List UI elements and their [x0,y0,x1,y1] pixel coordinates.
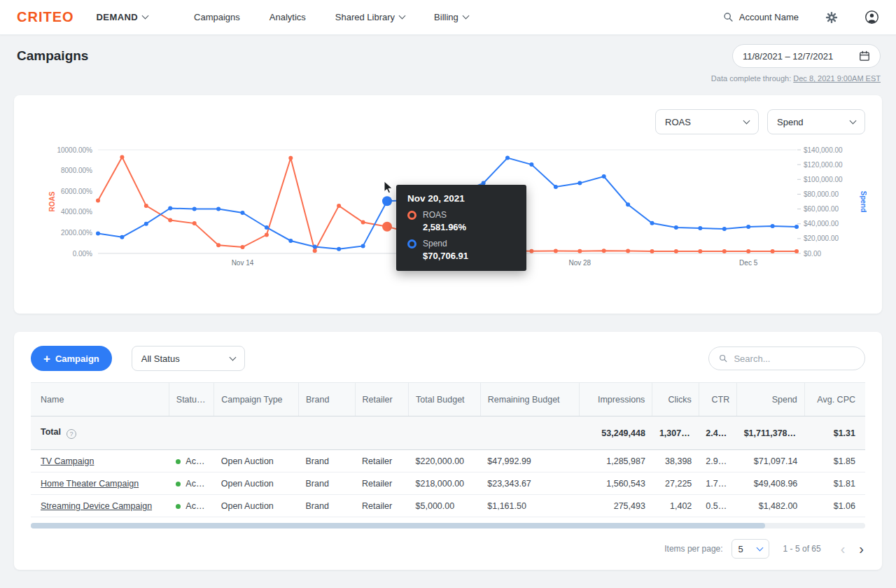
nav-demand-dropdown[interactable]: DEMAND [97,12,148,22]
data-point-spend[interactable] [313,245,317,249]
column-header-spend[interactable]: Spend [737,383,805,416]
data-point-roas[interactable] [361,220,365,225]
account-search[interactable]: Account Name [723,12,799,22]
nav-demand-label: DEMAND [97,12,138,22]
column-header-impressions[interactable]: Impressions [579,383,652,416]
data-point-roas[interactable] [337,204,341,208]
total-cell-total_budget [409,416,481,450]
nav-item-analytics[interactable]: Analytics [270,12,306,22]
cell-type: Open Auction [214,472,299,495]
data-point-roas[interactable] [722,249,727,253]
data-point-spend[interactable] [144,222,148,226]
data-point-roas[interactable] [192,221,197,225]
data-point-spend[interactable] [602,174,606,178]
column-header-remaining_budget[interactable]: Remaining Budget [480,383,579,416]
data-point-roas[interactable] [794,249,799,253]
data-point-spend[interactable] [554,185,558,189]
column-header-total_budget[interactable]: Total Budget [409,383,481,416]
data-point-spend[interactable] [288,239,293,243]
column-header-status[interactable]: Status↑ [169,383,214,416]
data-point-spend[interactable] [698,226,702,230]
data-point-roas[interactable] [674,249,678,253]
mouse-cursor [384,181,394,195]
data-point-spend[interactable] [168,206,172,211]
date-range-picker[interactable]: 11/8/2021 – 12/7/2021 [732,44,881,68]
data-point-spend[interactable] [794,225,799,229]
status-filter-select[interactable]: All Status [132,346,245,371]
data-point-spend[interactable] [722,227,727,231]
right-metric-select[interactable]: Spend [767,109,865,134]
data-point-roas[interactable] [241,245,245,249]
data-point-spend[interactable] [337,247,341,251]
data-point-roas[interactable] [771,249,775,253]
data-point-roas[interactable] [529,249,533,253]
data-point-roas[interactable] [144,204,148,208]
column-header-name[interactable]: Name [31,383,169,416]
data-point-spend[interactable] [216,207,220,211]
column-header-type[interactable]: Campaign Type [214,383,299,416]
search-input[interactable] [734,354,855,364]
page-size-select[interactable]: 5 [732,539,769,559]
column-header-avg_cpc[interactable]: Avg. CPC [804,383,865,416]
scrollbar-thumb[interactable] [31,523,765,528]
next-page-button[interactable]: › [859,542,864,556]
data-point-roas[interactable] [554,249,558,253]
data-point-spend[interactable] [505,156,510,160]
campaign-name-link[interactable]: Streaming Device Campaign [41,501,152,511]
data-complete-date-link[interactable]: Dec 8, 2021 9:00AM EST [793,74,881,83]
data-point-roas[interactable] [626,249,630,253]
data-point-spend[interactable] [578,181,582,186]
spend-series-dot-icon [407,239,416,248]
data-point-roas[interactable] [216,243,220,247]
data-point-spend[interactable] [746,225,750,229]
help-icon[interactable]: ? [66,429,76,439]
cell-impressions: 1,560,543 [579,472,652,495]
campaign-name-link[interactable]: TV Campaign [41,456,94,466]
data-point-roas[interactable] [168,218,172,223]
cell-brand: Brand [299,495,356,517]
horizontal-scrollbar[interactable] [31,523,865,528]
data-point-spend[interactable] [382,196,392,206]
data-point-spend[interactable] [771,224,775,228]
settings-gear-icon[interactable] [825,11,838,24]
data-point-roas[interactable] [698,249,702,253]
column-header-brand[interactable]: Brand [299,383,356,416]
data-point-spend[interactable] [120,235,124,239]
data-point-roas[interactable] [650,249,654,253]
campaign-name-link[interactable]: Home Theater Campaign [41,479,139,489]
data-point-spend[interactable] [96,232,100,236]
new-campaign-label: Campaign [55,354,99,364]
data-point-roas[interactable] [382,222,392,232]
column-header-label: Clicks [668,395,691,405]
data-point-roas[interactable] [265,232,269,237]
data-point-roas[interactable] [578,249,582,253]
data-point-spend[interactable] [626,202,630,206]
nav-item-billing[interactable]: Billing [434,12,468,22]
criteo-logo[interactable]: CRITEO [17,9,74,25]
previous-page-button[interactable]: ‹ [841,542,846,556]
data-point-roas[interactable] [96,199,100,203]
nav-item-shared-library[interactable]: Shared Library [335,12,405,22]
data-point-spend[interactable] [529,162,533,167]
data-point-spend[interactable] [265,225,269,230]
data-point-roas[interactable] [288,156,293,160]
data-point-roas[interactable] [602,248,606,253]
column-header-retailer[interactable]: Retailer [355,383,409,416]
data-point-spend[interactable] [674,225,678,230]
cell-remaining_budget: $23,343.67 [480,472,579,495]
nav-item-campaigns[interactable]: Campaigns [194,12,240,22]
new-campaign-button[interactable]: + Campaign [31,346,112,371]
cell-name: TV Campaign [31,450,169,472]
data-point-roas[interactable] [746,249,750,253]
data-point-roas[interactable] [120,155,124,159]
column-header-ctr[interactable]: CTR [699,383,736,416]
left-metric-select[interactable]: ROAS [655,109,759,134]
data-point-spend[interactable] [361,244,365,248]
column-header-clicks[interactable]: Clicks [652,383,699,416]
data-point-roas[interactable] [313,248,317,253]
data-point-spend[interactable] [241,211,245,215]
data-point-spend[interactable] [650,221,654,225]
profile-icon[interactable] [864,10,879,24]
data-point-spend[interactable] [192,207,197,211]
roas-series-dot-icon [407,211,416,220]
